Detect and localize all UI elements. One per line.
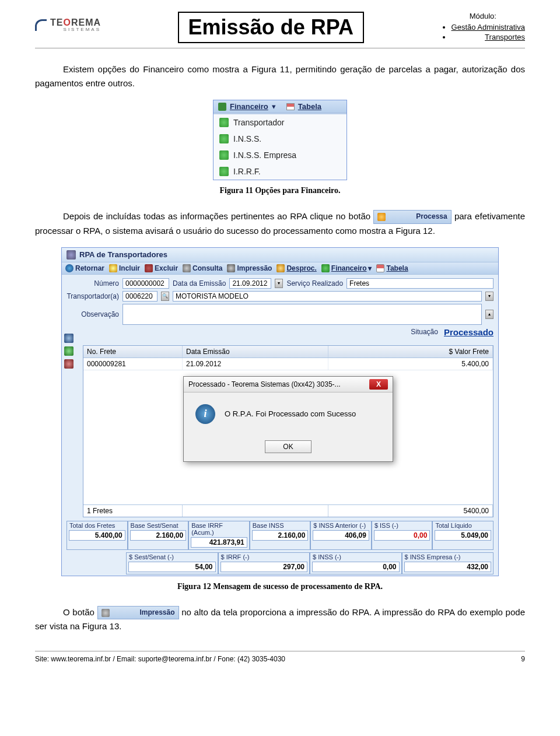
data-emissao-input[interactable] — [229, 278, 271, 289]
refresh-icon[interactable] — [64, 334, 74, 343]
observacao-label: Observação — [66, 310, 119, 318]
money-icon — [321, 264, 330, 272]
dialog-body: i O R.P.A. Foi Processado com Sucesso — [184, 392, 393, 436]
dialog-close-button[interactable]: X — [369, 379, 388, 390]
footer-contact: Site: www.teorema.inf.br / Email: suport… — [35, 655, 285, 663]
processa-button[interactable]: Processa — [373, 210, 451, 223]
para3-text-a: O botão — [63, 607, 97, 617]
grid-foot-count: 1 Fretes — [83, 505, 183, 517]
incluir-button[interactable]: Incluir — [109, 264, 140, 272]
col-data: Data Emissão — [183, 346, 328, 358]
money-icon — [219, 118, 229, 127]
scroll-up-icon[interactable]: ▴ — [485, 310, 494, 319]
financeiro-button[interactable]: Financeiro ▾ — [321, 264, 372, 272]
impressao-button-inline[interactable]: Impressão — [97, 606, 179, 619]
grid-footer: 1 Fretes 5400,00 — [83, 504, 493, 517]
data-emissao-label: Data da Emissão — [173, 279, 226, 288]
irrf-box: $ IRRF (-)297,00 — [218, 552, 310, 574]
date-dropdown-icon[interactable]: ▾ — [275, 279, 283, 288]
menu-item-irrf[interactable]: I.R.R.F. — [214, 163, 346, 180]
figure-11-caption: Figura 11 Opções para Financeiro. — [35, 186, 525, 195]
retornar-button[interactable]: Retornar — [65, 264, 104, 272]
dropdown-icon[interactable]: ▾ — [485, 292, 494, 301]
grid-header: No. Frete Data Emissão $ Valor Frete — [83, 346, 493, 358]
logo: TEOREMA SISTEMAS — [35, 17, 101, 32]
dialog-ok-button[interactable]: OK — [265, 440, 311, 453]
transportador-nome-input[interactable] — [173, 291, 482, 302]
sest-box: $ Sest/Senat (-)54,00 — [126, 552, 218, 574]
totals-row-1: Total dos Fretes5.400,00 Base Sest/Senat… — [62, 520, 498, 551]
remove-row-icon[interactable] — [64, 359, 74, 369]
page-footer: Site: www.teorema.inf.br / Email: suport… — [35, 651, 525, 663]
table-icon — [376, 264, 384, 272]
module-item: Transportes — [452, 33, 525, 41]
financeiro-menu[interactable]: Financeiro — [230, 102, 268, 111]
base-sest-box: Base Sest/Senat2.160,00 — [128, 521, 189, 550]
paragraph-3: O botão Impressão no alto da tela propor… — [35, 605, 525, 634]
money-icon — [219, 150, 229, 160]
paragraph-1: Existem opções do Financeiro como mostra… — [35, 62, 525, 90]
logo-arc-icon — [35, 19, 47, 31]
situacao-label: Situação — [411, 328, 438, 336]
numero-label: Número — [66, 279, 119, 288]
print-icon — [227, 264, 235, 272]
module-item: Gestão Administrativa — [452, 23, 525, 31]
transportador-cod-input[interactable] — [123, 291, 158, 302]
plus-icon — [109, 264, 117, 272]
desproc-button[interactable]: Desproc. — [276, 264, 316, 272]
col-valor: $ Valor Frete — [328, 346, 493, 358]
excluir-button[interactable]: Excluir — [145, 264, 178, 272]
consulta-button[interactable]: Consulta — [183, 264, 222, 272]
menu-item-inss[interactable]: I.N.S.S. — [214, 131, 346, 147]
header-divider — [35, 48, 525, 48]
tabela-button[interactable]: Tabela — [376, 264, 408, 272]
servico-input[interactable] — [346, 278, 494, 289]
menu-item-transportador[interactable]: Transportador — [214, 114, 346, 131]
base-inss-box: Base INSS2.160,00 — [250, 521, 311, 550]
toolbar: Retornar Incluir Excluir Consulta Impres… — [62, 262, 498, 275]
cell-data: 21.09.2012 — [183, 358, 328, 370]
cell-nofrete: 0000009281 — [83, 358, 183, 370]
add-row-icon[interactable] — [64, 346, 74, 356]
window-title-text: RPA de Transportadores — [79, 250, 167, 259]
base-irrf-box: Base IRRF (Acum.)421.873,91 — [188, 521, 250, 550]
grid-empty-area: Processado - Teorema Sistemas (0xx42) 30… — [83, 370, 493, 504]
search-icon — [183, 264, 191, 272]
delete-icon — [145, 264, 153, 272]
figure-11: Financeiro ▾ Tabela Transportador I.N.S.… — [213, 100, 347, 180]
menu-item-inss-empresa[interactable]: I.N.S.S. Empresa — [214, 147, 346, 163]
situacao-value: Processado — [444, 327, 494, 337]
app-icon — [66, 250, 76, 260]
para2-text-a: Depois de incluídas todas as informações… — [63, 211, 373, 221]
paragraph-2: Depois de incluídas todas as informações… — [35, 209, 525, 238]
inss-box: $ INSS (-)0,00 — [310, 552, 402, 574]
page-number: 9 — [521, 655, 525, 663]
page-title: Emissão de RPA — [178, 12, 364, 43]
observacao-input[interactable] — [123, 304, 482, 325]
lookup-icon[interactable]: 🔍 — [161, 292, 169, 301]
back-icon — [65, 264, 74, 272]
iss-box: $ ISS (-)0,00 — [372, 521, 433, 550]
dialog-title-text: Processado - Teorema Sistemas (0xx42) 30… — [188, 380, 341, 388]
figure-12-caption: Figura 12 Mensagem de sucesso de process… — [35, 582, 525, 591]
process-icon — [377, 213, 386, 221]
module-box: Módulo: Gestão Administrativa Transporte… — [441, 12, 525, 43]
money-icon — [219, 134, 229, 143]
print-icon — [102, 609, 110, 617]
impressao-label: Impressão — [112, 607, 175, 618]
tabela-menu[interactable]: Tabela — [298, 102, 321, 111]
impressao-button[interactable]: Impressão — [227, 264, 272, 272]
numero-input[interactable] — [123, 278, 169, 289]
transportador-label: Transportador(a) — [66, 292, 119, 300]
inss-anterior-box: $ INSS Anterior (-)406,09 — [310, 521, 372, 550]
info-icon: i — [195, 404, 215, 424]
table-icon — [286, 103, 295, 110]
menu-item-label: I.N.S.S. — [233, 134, 261, 143]
total-fretes-box: Total dos Fretes5.400,00 — [66, 521, 128, 550]
grid-row[interactable]: 0000009281 21.09.2012 5.400,00 — [83, 358, 493, 370]
totals-row-2: $ Sest/Senat (-)54,00 $ IRRF (-)297,00 $… — [62, 551, 498, 576]
servico-label: Serviço Realizado — [286, 279, 343, 288]
money-icon — [219, 167, 229, 176]
dialog-message: O R.P.A. Foi Processado com Sucesso — [225, 409, 356, 418]
processa-label: Processa — [388, 211, 447, 222]
